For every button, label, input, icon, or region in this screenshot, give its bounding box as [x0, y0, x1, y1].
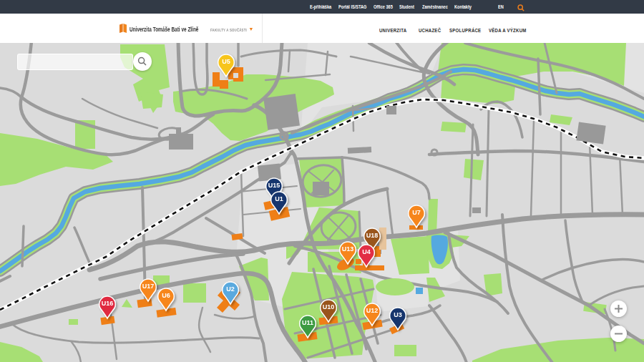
- svg-text:U17: U17: [142, 283, 155, 290]
- svg-text:U1: U1: [275, 195, 283, 202]
- svg-text:U15: U15: [268, 182, 280, 189]
- svg-text:U7: U7: [412, 209, 421, 216]
- svg-text:U10: U10: [323, 303, 335, 310]
- svg-text:U13: U13: [342, 245, 354, 253]
- svg-text:U18: U18: [366, 232, 379, 239]
- svg-text:U4: U4: [362, 248, 371, 255]
- svg-text:U5: U5: [222, 58, 230, 65]
- svg-text:U11: U11: [302, 319, 313, 326]
- svg-text:U6: U6: [162, 292, 170, 299]
- svg-text:U16: U16: [102, 300, 114, 307]
- svg-text:U3: U3: [394, 311, 402, 318]
- svg-text:U12: U12: [366, 307, 379, 314]
- svg-text:U2: U2: [226, 285, 235, 293]
